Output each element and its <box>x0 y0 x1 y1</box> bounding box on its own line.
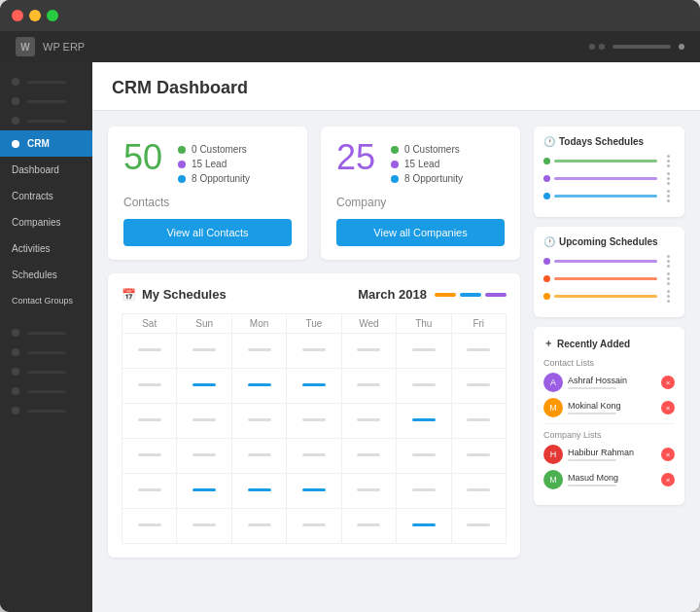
view-all-companies-button[interactable]: View all Companies <box>336 219 505 246</box>
company-avatar-1: H <box>543 445 563 464</box>
upcoming-line-2 <box>554 277 657 280</box>
sidebar-dashboard-label: Dashboard <box>12 164 59 175</box>
sidebar-companies-label: Companies <box>12 217 61 228</box>
sidebar-item-crm[interactable]: CRM <box>0 130 92 157</box>
todays-row-2 <box>543 172 675 185</box>
cal-cell <box>451 334 506 369</box>
today-dot-2 <box>543 175 550 182</box>
sidebar-item-contact-groups[interactable]: Contact Groups <box>0 288 92 313</box>
todays-row-3 <box>543 190 675 202</box>
upcoming-menu-3[interactable] <box>661 290 675 303</box>
calendar-grid: Sat Sun Mon Tue Wed Thu Fri <box>122 313 507 544</box>
company-line-1 <box>568 459 616 461</box>
cal-cell <box>451 404 506 439</box>
cal-cell <box>451 439 506 474</box>
content-area: 50 0 Customers 15 Lead <box>92 111 700 612</box>
company-customers-row: 0 Customers <box>391 144 463 155</box>
company-customers-dot <box>391 146 399 154</box>
today-menu-2[interactable] <box>661 172 675 185</box>
remove-contact-1-button[interactable]: × <box>661 376 675 389</box>
contact-info-2: Mokinal Kong <box>568 401 656 414</box>
topbar-right <box>589 44 684 50</box>
topbar: W WP ERP <box>0 31 700 62</box>
upcoming-row-2 <box>543 272 675 285</box>
contacts-opportunity-label: 8 Opportunity <box>192 173 250 184</box>
maximize-button[interactable] <box>47 10 58 21</box>
upcoming-dot-1 <box>543 258 550 265</box>
sidebar-placeholder-8 <box>0 401 92 420</box>
contact-info-1: Ashraf Hossain <box>568 376 656 389</box>
contact-list-label: Contact Lists <box>543 358 675 368</box>
remove-contact-2-button[interactable]: × <box>661 401 675 414</box>
company-type-label: Company <box>336 196 505 209</box>
sidebar-placeholder-1 <box>0 72 92 91</box>
sidebar-placeholder-6 <box>0 362 92 381</box>
schedule-header: 📅 My Schedules March 2018 <box>122 287 507 302</box>
sidebar-item-activities[interactable]: Activities <box>0 235 92 262</box>
stats-row: 50 0 Customers 15 Lead <box>108 126 520 260</box>
remove-company-1-button[interactable]: × <box>661 448 675 461</box>
sidebar-item-contracts[interactable]: Contracts <box>0 183 92 209</box>
cal-cell <box>177 334 231 369</box>
today-dot-1 <box>543 158 550 164</box>
customers-dot <box>178 146 186 154</box>
today-line-3 <box>554 195 657 198</box>
sidebar-item-schedules[interactable]: Schedules <box>0 262 92 288</box>
upcoming-schedules-label: Upcoming Schedules <box>559 236 658 247</box>
cal-cell <box>341 474 396 509</box>
cal-cell <box>177 474 231 509</box>
todays-row-1 <box>543 155 675 167</box>
sidebar-placeholder-5 <box>0 342 92 362</box>
recently-added-label: Recently Added <box>557 339 630 349</box>
calendar-row-2 <box>122 369 507 404</box>
contacts-number: 50 <box>123 140 162 175</box>
today-menu-1[interactable] <box>661 155 675 167</box>
sidebar-placeholder-4 <box>0 323 92 342</box>
upcoming-schedules-card: 🕐 Upcoming Schedules <box>534 227 684 317</box>
today-menu-3[interactable] <box>661 190 675 202</box>
company-item-1: H Habibur Rahman × <box>543 445 675 464</box>
company-name-1: Habibur Rahman <box>568 448 656 457</box>
view-all-contacts-button[interactable]: View all Contacts <box>123 219 292 246</box>
month-indicators <box>435 293 507 297</box>
remove-company-2-button[interactable]: × <box>661 473 675 486</box>
day-wed: Wed <box>341 314 396 334</box>
company-number: 25 <box>336 140 375 175</box>
todays-schedules-label: Todays Schedules <box>559 136 644 147</box>
company-customers-label: 0 Customers <box>404 144 460 155</box>
close-button[interactable] <box>12 10 23 21</box>
upcoming-menu-1[interactable] <box>661 255 675 268</box>
main-layout: CRM Dashboard Contracts Companies Activi… <box>0 62 700 612</box>
sidebar-placeholder-2 <box>0 91 92 111</box>
calendar-row-4 <box>122 439 507 474</box>
minimize-button[interactable] <box>29 10 41 21</box>
cal-cell <box>231 439 286 474</box>
company-avatar-2: M <box>543 470 563 489</box>
cal-cell <box>122 439 177 474</box>
cal-cell <box>122 369 177 404</box>
cal-cell <box>341 439 396 474</box>
upcoming-dot-2 <box>543 275 550 282</box>
cal-cell <box>341 369 396 404</box>
cal-cell <box>451 369 506 404</box>
app-window: W WP ERP <box>0 0 700 612</box>
cal-cell <box>231 369 286 404</box>
opportunity-dot <box>178 175 186 183</box>
upcoming-row-1 <box>543 255 675 268</box>
wp-logo: W <box>16 37 35 56</box>
company-details: 0 Customers 15 Lead 8 Opportunity <box>391 140 463 184</box>
cal-cell <box>287 404 341 439</box>
upcoming-menu-2[interactable] <box>661 272 675 285</box>
schedule-title: 📅 My Schedules <box>122 287 227 302</box>
contact-line-1 <box>568 387 616 389</box>
sidebar: CRM Dashboard Contracts Companies Activi… <box>0 62 92 612</box>
contacts-customers-label: 0 Customers <box>192 144 247 155</box>
sidebar-item-companies[interactable]: Companies <box>0 209 92 235</box>
cal-cell <box>341 334 396 369</box>
cal-cell <box>122 404 177 439</box>
cal-cell <box>177 404 231 439</box>
cal-cell <box>287 369 341 404</box>
contacts-customers-row: 0 Customers <box>178 144 250 155</box>
contact-item-1: A Ashraf Hossain × <box>543 373 675 392</box>
sidebar-item-dashboard[interactable]: Dashboard <box>0 157 92 183</box>
